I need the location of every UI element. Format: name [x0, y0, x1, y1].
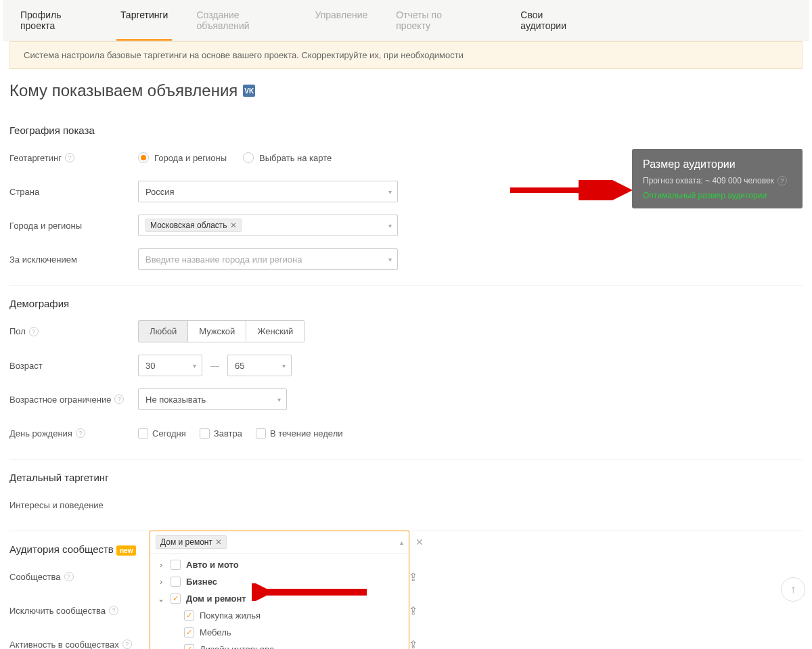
help-icon[interactable]: ? — [109, 606, 118, 615]
gender-female-button[interactable]: Женский — [246, 321, 304, 342]
select-value: 30 — [145, 361, 155, 371]
age-from-select[interactable]: 30 ▾ — [138, 355, 202, 376]
radio-label: Города и регионы — [154, 153, 227, 163]
age-to-select[interactable]: 65 ▾ — [227, 355, 292, 376]
section-demographics: Демография — [9, 298, 803, 309]
close-icon[interactable]: ✕ — [415, 537, 424, 547]
page-title: Кому показываем объявления VK — [3, 81, 809, 112]
checkbox-icon — [138, 428, 148, 439]
close-icon[interactable]: ✕ — [215, 537, 222, 547]
tree-item-label: Авто и мото — [186, 560, 239, 570]
help-icon[interactable]: ? — [64, 572, 74, 581]
radio-dot-icon — [243, 152, 254, 163]
tree-item-label: Покупка жилья — [200, 610, 261, 621]
heading-text: Кому показываем объявления — [9, 81, 238, 100]
chevron-up-icon[interactable]: ▴ — [400, 539, 403, 546]
checkbox-icon[interactable] — [184, 627, 194, 637]
checkbox-icon[interactable] — [171, 560, 181, 570]
checkbox-icon[interactable] — [184, 610, 194, 621]
vk-icon: VK — [243, 85, 255, 97]
help-icon[interactable]: ? — [76, 428, 85, 438]
radio-select-on-map[interactable]: Выбрать на карте — [243, 152, 332, 163]
select-value: Не показывать — [145, 395, 206, 405]
section-geography: География показа — [9, 125, 803, 136]
scroll-top-button[interactable]: ↑ — [781, 577, 805, 602]
upload-icon[interactable]: ⇪ — [409, 604, 418, 617]
help-icon[interactable]: ? — [777, 176, 787, 185]
audience-status: Оптимальный размер аудитории — [643, 191, 792, 200]
label-age-restriction: Возрастное ограничение ? — [9, 395, 138, 405]
label-regions: Города и регионы — [9, 221, 138, 231]
new-badge: new — [116, 545, 136, 556]
audience-title: Размер аудитории — [643, 158, 792, 171]
birthday-tomorrow-checkbox[interactable]: Завтра — [200, 428, 242, 439]
chevron-down-icon: ▾ — [388, 188, 392, 196]
arrow-up-icon: ↑ — [790, 583, 796, 596]
label-birthday: День рождения ? — [9, 428, 138, 439]
help-icon[interactable]: ? — [122, 640, 132, 649]
regions-select[interactable]: Московская область ✕ ▾ — [138, 215, 398, 236]
radio-cities-regions[interactable]: Города и регионы — [138, 152, 227, 163]
birthday-today-checkbox[interactable]: Сегодня — [138, 428, 186, 439]
section-detailed-targeting: Детальный таргетинг — [9, 472, 803, 483]
info-alert: Система настроила базовые таргетинги на … — [9, 41, 803, 69]
close-icon[interactable]: ✕ — [230, 221, 237, 230]
token-text: Московская область — [150, 221, 227, 230]
region-token: Московская область ✕ — [145, 219, 242, 232]
label-age: Возраст — [9, 361, 138, 371]
label-country: Страна — [9, 187, 138, 197]
tree-item-label: Мебель — [200, 627, 231, 637]
annotation-arrow-icon — [510, 180, 632, 200]
gender-any-button[interactable]: Любой — [139, 321, 188, 342]
tab-profile[interactable]: Профиль проекта — [16, 0, 96, 41]
interest-tree-item[interactable]: Мебель — [150, 624, 409, 641]
chevron-down-icon[interactable]: ⌄ — [157, 594, 165, 604]
select-value: Россия — [145, 187, 175, 197]
interest-tree-item[interactable]: Покупка жилья — [150, 607, 409, 624]
dash-separator: — — [210, 361, 219, 371]
tab-create[interactable]: Создание объявлений — [192, 0, 290, 41]
upload-icon[interactable]: ⇪ — [409, 638, 418, 650]
upload-icon[interactable]: ⇪ — [409, 570, 418, 583]
check-label: Сегодня — [152, 428, 186, 439]
dropdown-header: Дом и ремонт ✕ ▴ — [150, 531, 409, 554]
help-icon[interactable]: ? — [114, 395, 124, 404]
interest-tree-item[interactable]: Дизайн интерьера — [150, 641, 409, 649]
checkbox-icon — [200, 428, 210, 439]
help-icon[interactable]: ? — [65, 153, 74, 162]
tab-targeting[interactable]: Таргетинги — [116, 0, 173, 41]
check-label: В течение недели — [270, 428, 343, 439]
checkbox-icon — [256, 428, 266, 439]
help-icon[interactable]: ? — [29, 327, 39, 336]
radio-label: Выбрать на карте — [259, 153, 332, 163]
tree-item-label: Дом и ремонт — [186, 594, 246, 604]
dropdown-body[interactable]: ›Авто и мото›Бизнес⌄Дом и ремонтПокупка … — [150, 554, 409, 649]
main-tabs: Профиль проекта Таргетинги Создание объя… — [3, 0, 809, 41]
checkbox-icon[interactable] — [171, 594, 181, 604]
chevron-right-icon[interactable]: › — [157, 577, 165, 587]
tab-manage[interactable]: Управление — [311, 0, 371, 41]
exclude-region-input[interactable]: Введите название города или региона ▾ — [138, 248, 398, 270]
label-activity-communities: Активность в сообществах ? — [9, 640, 138, 650]
chevron-down-icon: ▾ — [277, 396, 281, 403]
interest-tree-item[interactable]: ›Авто и мото — [150, 556, 409, 573]
label-gender: Пол ? — [9, 326, 138, 336]
tab-reports[interactable]: Отчеты по проекту — [392, 0, 476, 41]
placeholder-text: Введите название города или региона — [145, 254, 302, 265]
check-label: Завтра — [214, 428, 242, 439]
label-interests: Интересы и поведение — [9, 500, 138, 510]
birthday-week-checkbox[interactable]: В течение недели — [256, 428, 343, 439]
country-select[interactable]: Россия ▾ — [138, 181, 398, 202]
audience-size-card: Размер аудитории Прогноз охвата: ~ 409 0… — [632, 149, 803, 208]
select-value: 65 — [235, 361, 244, 371]
chevron-down-icon: ▾ — [388, 222, 392, 229]
label-exclude-communities: Исключить сообщества ? — [9, 606, 138, 616]
chevron-right-icon[interactable]: › — [157, 560, 165, 570]
checkbox-icon[interactable] — [171, 577, 181, 587]
tab-own-audiences[interactable]: Свои аудитории — [516, 0, 589, 41]
age-restriction-select[interactable]: Не показывать ▾ — [138, 388, 287, 410]
label-communities: Сообщества ? — [9, 572, 138, 582]
checkbox-icon[interactable] — [184, 644, 194, 649]
chevron-down-icon: ▾ — [388, 256, 392, 263]
gender-male-button[interactable]: Мужской — [188, 321, 246, 342]
